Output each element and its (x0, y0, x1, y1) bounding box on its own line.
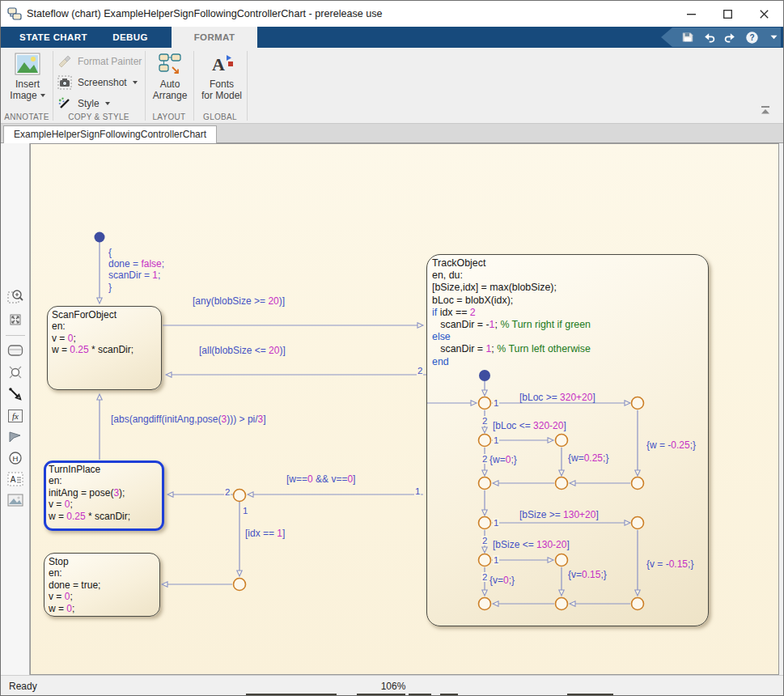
group-label-annotate: ANNOTATE (1, 112, 53, 122)
help-button[interactable]: ? (745, 30, 760, 45)
auto-arrange-label-2: Arrange (153, 90, 188, 101)
transition-label-bsize-ge[interactable]: [bSize >= 130+20] (519, 509, 599, 520)
transition-label-weq[interactable]: [w==0 && v==0] (286, 473, 355, 485)
ribbon-tab-row: STATE CHART DEBUG FORMAT (1, 27, 783, 48)
priority-weq-exit[interactable]: 1 (414, 486, 421, 496)
more-dropdown-icon (770, 35, 778, 40)
palette-transition-tool[interactable] (5, 384, 26, 404)
transition-label-init-action[interactable]: {done = false;scanDir = 1;} (108, 247, 164, 293)
palette-history-junction-tool[interactable]: H (5, 448, 26, 468)
priority-j10-down[interactable]: 2 (481, 572, 488, 582)
collapse-ribbon-button[interactable] (759, 104, 772, 116)
dropdown-caret-icon (40, 94, 45, 97)
state-scanforobject-label: ScanForObjecten:v = 0;w = 0.25 * scanDir… (48, 307, 161, 356)
palette-annotation-tool[interactable]: A (5, 469, 26, 489)
palette-function-tool[interactable]: fx (5, 406, 26, 426)
svg-text:A: A (212, 54, 225, 74)
undo-icon (702, 31, 716, 44)
close-button[interactable] (745, 1, 782, 27)
transition-label-v-zero[interactable]: {v=0;} (489, 575, 515, 586)
fonts-label-1: Fonts (210, 79, 234, 90)
save-icon (681, 31, 694, 44)
document-tab[interactable]: ExampleHelperSignFollowingControllerChar… (3, 125, 217, 143)
format-painter-label: Format Painter (78, 56, 142, 67)
group-label-global: GLOBAL (193, 112, 247, 122)
status-text: Ready (9, 681, 37, 692)
stateflow-app-icon (7, 6, 22, 24)
maximize-button[interactable] (710, 1, 745, 27)
state-trackobject-label: TrackObjecten, du:[bSize,idx] = max(blob… (427, 255, 708, 368)
format-painter-button[interactable]: Format Painter (57, 53, 142, 70)
palette-simulink-function-tool[interactable] (5, 427, 26, 447)
svg-text:A: A (11, 475, 16, 484)
qat-more-button[interactable] (766, 30, 781, 45)
state-turninplace-label: TurnInPlaceen:initAng = pose(3);v = 0;w … (46, 463, 162, 522)
transition-label-bsize-le[interactable]: [bSize <= 130-20] (493, 539, 570, 550)
transition-label-w-neg[interactable]: {w = -0.25;} (646, 439, 696, 451)
transition-label-any[interactable]: [any(blobSize >= 20)] (193, 295, 285, 307)
insert-image-button[interactable]: Insert Image (4, 53, 51, 101)
minimize-button[interactable] (673, 1, 709, 27)
annotation-icon: A (7, 472, 23, 486)
history-junction-icon: H (7, 450, 23, 466)
fit-to-view-icon (7, 312, 23, 328)
style-button[interactable]: Style (57, 95, 110, 112)
priority-j1-down[interactable]: 2 (481, 416, 488, 426)
svg-text:?: ? (750, 33, 755, 42)
transition-icon (8, 387, 23, 401)
format-painter-icon (57, 54, 72, 69)
redo-button[interactable] (723, 30, 738, 45)
insert-image-label-1: Insert (15, 79, 40, 90)
fonts-for-model-button[interactable]: A Fonts for Model (197, 53, 246, 101)
transition-label-abs[interactable]: [abs(angdiff(initAng,pose(3))) > pi/3] (111, 414, 266, 425)
minimize-icon (687, 10, 696, 19)
zoom-level: 106% (357, 681, 430, 692)
palette-zoom-region-tool[interactable] (5, 286, 26, 306)
priority-j10-right[interactable]: 1 (493, 555, 499, 565)
tab-format[interactable]: FORMAT (172, 27, 257, 48)
priority-j8-right[interactable]: 1 (493, 518, 499, 528)
tab-debug[interactable]: DEBUG (106, 27, 155, 48)
priority-j3-right[interactable]: 1 (493, 435, 499, 445)
palette-fit-to-view-tool[interactable] (5, 310, 26, 329)
transition-label-all[interactable]: [all(blobSize <= 20)] (199, 345, 286, 356)
priority-j1-right[interactable]: 1 (493, 398, 499, 408)
title-bar: Stateflow (chart) ExampleHelperSignFollo… (1, 1, 783, 27)
screenshot-button[interactable]: Screenshot (57, 74, 138, 91)
dropdown-caret-icon (105, 102, 110, 105)
priority-j3-down[interactable]: 2 (481, 454, 488, 464)
fonts-for-model-icon: A (210, 53, 234, 75)
palette-image-tool[interactable] (5, 490, 26, 510)
priority-j8-down[interactable]: 2 (481, 536, 488, 545)
state-turninplace-selected[interactable]: TurnInPlaceen:initAng = pose(3);v = 0;w … (44, 460, 164, 531)
priority-all-exit[interactable]: 2 (417, 366, 423, 376)
transition-label-idx[interactable]: [idx == 1] (245, 528, 285, 539)
tab-state-chart[interactable]: STATE CHART (9, 27, 98, 48)
undo-button[interactable] (702, 30, 717, 45)
auto-arrange-button[interactable]: Auto Arrange (148, 53, 192, 101)
window-title: Stateflow (chart) ExampleHelperSignFollo… (27, 1, 383, 27)
state-stop-label: Stopen:done = true;v = 0;w = 0; (44, 554, 159, 614)
save-button[interactable] (680, 30, 695, 45)
quick-access-toolbar: ? (661, 28, 781, 47)
insert-image-icon (15, 53, 40, 75)
priority-midj-left[interactable]: 2 (224, 487, 231, 497)
state-stop[interactable]: Stopen:done = true;v = 0;w = 0; (44, 553, 160, 617)
transition-label-w-zero[interactable]: {w=0;} (489, 454, 517, 465)
transition-label-bloc-ge[interactable]: [bLoc >= 320+20] (519, 392, 595, 403)
palette-state-tool[interactable] (5, 341, 26, 360)
fonts-label-2: for Model (201, 90, 242, 101)
transition-label-bloc-le[interactable]: [bLoc <= 320-20] (493, 420, 566, 431)
transition-label-v-neg[interactable]: {v = -0.15;} (646, 558, 693, 570)
image-icon (7, 494, 23, 507)
ribbon: Insert Image ANNOTATE Format Painter Scr… (1, 48, 783, 124)
state-scanforobject[interactable]: ScanForObjecten:v = 0;w = 0.25 * scanDir… (47, 306, 162, 390)
transition-label-v-pos[interactable]: {v=0.15;} (568, 569, 607, 580)
collapse-ribbon-icon (760, 105, 771, 115)
zoom-region-icon (7, 288, 23, 304)
priority-midj-down[interactable]: 1 (242, 506, 248, 516)
transition-label-w-pos[interactable]: {w=0.25;} (568, 452, 608, 464)
maximize-icon (723, 10, 732, 19)
palette-junction-tool[interactable] (5, 363, 26, 382)
insert-image-label-2: Image (10, 90, 36, 101)
